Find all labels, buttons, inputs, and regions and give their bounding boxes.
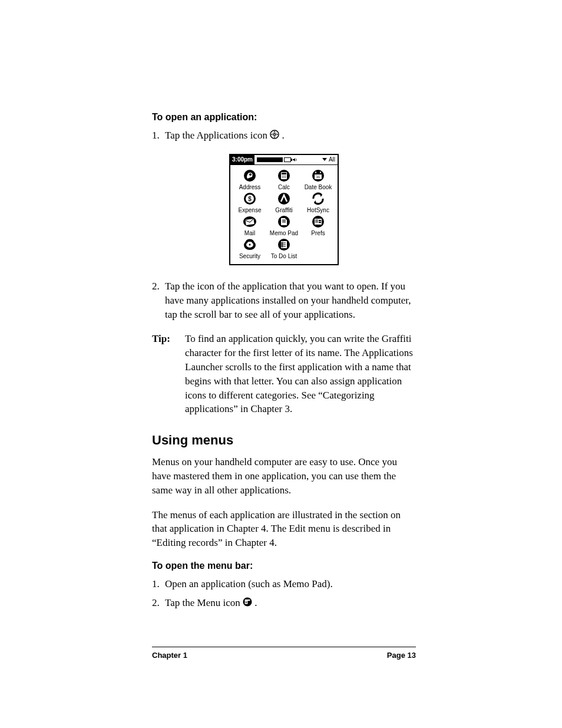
open-app-step-1: 1. Tap the Applications icon . [152,129,416,143]
app-graffiti[interactable]: Graffiti [267,192,301,213]
app-address[interactable]: Address [233,169,267,190]
svg-point-2 [274,134,275,135]
address-icon [243,169,257,183]
step-text: Tap the Menu icon . [165,596,416,611]
app-todolist[interactable]: To Do List [267,238,301,259]
palm-titlebar: 3:00pm All [230,155,338,165]
svg-point-9 [283,176,285,177]
chevron-down-icon [322,158,327,161]
open-menu-step-1: 1. Open an application (such as Memo Pad… [152,577,416,591]
open-menu-step-2: 2. Tap the Menu icon . [152,596,416,611]
step-number: 2. [152,596,165,611]
tip-text: To find an application quickly, you can … [185,332,416,416]
category-picker[interactable]: All [322,156,338,163]
footer-page-number: Page 13 [387,651,416,660]
app-label: HotSync [307,207,329,213]
memopad-icon [277,215,291,229]
step-text-part-b: . [282,130,284,141]
footer-chapter: Chapter 1 [152,651,187,660]
app-hotsync[interactable]: HotSync [301,192,335,213]
svg-text:$: $ [248,196,252,202]
category-label: All [329,156,335,163]
app-label: Calc [278,184,290,190]
step-number: 1. [152,129,165,143]
tip-block: Tip: To find an application quickly, you… [152,332,416,416]
step-text-part-a: Tap the Applications icon [165,130,270,141]
battery-fill [257,157,283,162]
palm-screen: 3:00pm All Address Calc [229,154,339,265]
menus-para-1: Menus on your handheld computer are easy… [152,455,416,497]
battery-outline [284,157,291,162]
svg-rect-38 [319,222,321,223]
open-menu-bar-heading: To open the menu bar: [152,561,416,571]
app-label: Prefs [311,230,325,236]
open-app-heading: To open an application: [152,112,416,123]
step-number: 2. [152,279,165,321]
app-label: Memo Pad [270,230,298,236]
datebook-icon: 31 [311,169,325,183]
app-label: Mail [244,230,255,236]
mail-icon [243,215,257,229]
app-mail[interactable]: Mail [233,215,267,236]
svg-rect-51 [244,599,250,601]
page-footer: Chapter 1 Page 13 [152,647,416,660]
svg-rect-52 [244,601,247,604]
graffiti-icon [277,192,291,206]
step-number: 1. [152,577,165,591]
app-label: Security [239,253,260,259]
svg-point-13 [285,177,286,178]
palm-clock[interactable]: 3:00pm [230,155,254,164]
manual-page: To open an application: 1. Tap the Appli… [0,0,562,728]
speaker-icon [292,157,298,163]
svg-point-41 [249,243,251,245]
prefs-icon [311,215,325,229]
app-datebook[interactable]: 31 Date Book [301,169,335,190]
app-label: Expense [239,207,262,213]
app-memopad[interactable]: Memo Pad [267,215,301,236]
palm-launcher-figure: 3:00pm All Address Calc [152,154,416,265]
menu-icon [243,597,252,611]
expense-icon: $ [243,192,257,206]
calc-icon [277,169,291,183]
app-calc[interactable]: Calc [267,169,301,190]
tip-label: Tip: [152,332,185,416]
app-label: Graffiti [275,207,292,213]
step-text: Open an application (such as Memo Pad). [165,577,416,591]
svg-rect-7 [282,173,286,174]
todolist-icon [277,238,291,252]
app-label: Address [239,184,261,190]
app-label: To Do List [271,253,297,259]
svg-text:31: 31 [316,175,320,179]
step-text-part-a: Tap the Menu icon [165,597,243,608]
app-label: Date Book [305,184,332,190]
svg-point-8 [282,176,283,177]
app-security[interactable]: Security [233,238,267,259]
svg-point-11 [282,177,283,178]
app-grid: Address Calc 31 Date Book $ Expense Graf… [230,165,338,264]
step-text-part-b: . [254,597,257,608]
security-icon [243,238,257,252]
using-menus-heading: Using menus [152,433,416,448]
app-expense[interactable]: $ Expense [233,192,267,213]
menus-para-2: The menus of each application are illust… [152,508,416,550]
svg-point-4 [249,173,252,176]
battery-indicator [254,157,322,163]
step-text: Tap the Applications icon . [165,129,416,143]
svg-point-12 [283,177,285,178]
svg-point-10 [285,176,286,177]
svg-rect-37 [319,220,321,221]
open-app-step-2: 2. Tap the icon of the application that … [152,279,416,321]
app-prefs[interactable]: Prefs [301,215,335,236]
hotsync-icon [311,192,325,206]
step-text: Tap the icon of the application that you… [165,279,416,321]
footer-rule [152,647,416,647]
applications-icon [270,129,279,143]
